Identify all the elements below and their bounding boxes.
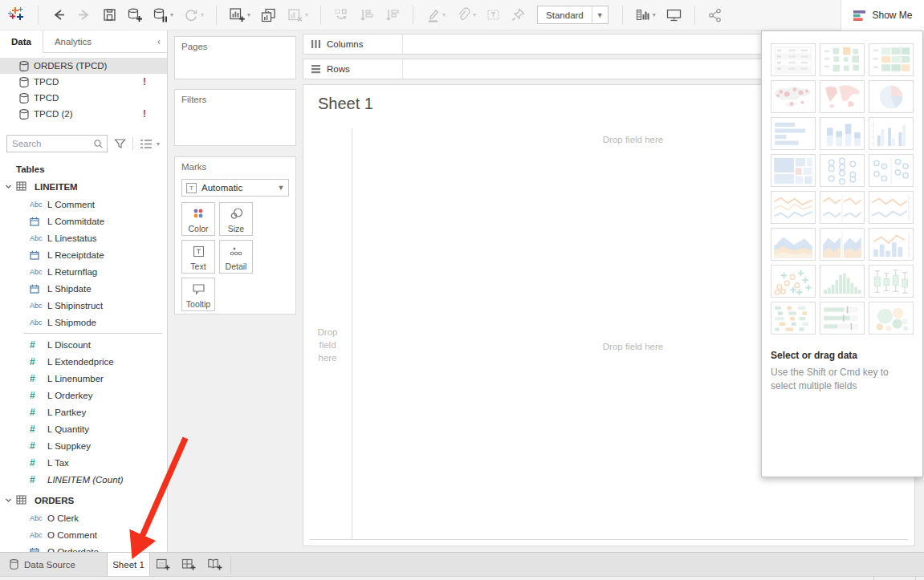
field-item[interactable]: AbcL Shipmode bbox=[0, 314, 167, 331]
field-item[interactable]: L Shipdate bbox=[0, 280, 167, 297]
datasource-item[interactable]: TPCD bbox=[0, 90, 167, 106]
showme-discrete-lines[interactable] bbox=[820, 191, 865, 224]
table-group-lineitem[interactable]: LINEITEM bbox=[0, 178, 167, 196]
field-item[interactable]: #L Tax bbox=[0, 454, 167, 471]
showme-heat-map[interactable] bbox=[820, 43, 865, 76]
chevron-down-icon[interactable]: ▾ bbox=[473, 11, 476, 18]
tab-analytics[interactable]: Analytics bbox=[43, 30, 103, 52]
field-item[interactable]: #L Orderkey bbox=[0, 387, 167, 404]
showme-scatter-plot[interactable] bbox=[771, 265, 816, 298]
datasource-item[interactable]: ORDERS (TPCD) bbox=[0, 58, 167, 74]
showme-symbol-map[interactable] bbox=[771, 80, 816, 113]
showme-histogram[interactable] bbox=[820, 265, 865, 298]
field-item[interactable]: AbcO Clerk bbox=[0, 509, 167, 526]
datasource-item[interactable]: TPCD (2)! bbox=[0, 106, 167, 122]
view-options-icon[interactable] bbox=[140, 139, 153, 149]
pin-button[interactable] bbox=[511, 7, 526, 22]
highlight-button[interactable]: ▾ bbox=[425, 7, 446, 23]
chevron-down-icon[interactable]: ▾ bbox=[442, 11, 446, 18]
showme-bullet-graph[interactable] bbox=[820, 302, 865, 335]
new-datasource-button[interactable] bbox=[127, 7, 143, 23]
chevron-down-icon[interactable]: ▾ bbox=[247, 11, 250, 18]
show-me-button[interactable]: Show Me bbox=[841, 0, 924, 30]
presentation-mode-button[interactable] bbox=[666, 7, 682, 22]
share-button[interactable] bbox=[707, 7, 723, 23]
field-item[interactable]: L Receiptdate bbox=[0, 246, 167, 263]
show-cards-button[interactable]: ▾ bbox=[635, 7, 656, 22]
showme-dual-lines[interactable] bbox=[869, 191, 914, 224]
showme-pie-chart[interactable] bbox=[869, 80, 914, 113]
showme-highlight-table[interactable] bbox=[869, 43, 914, 76]
showme-circle-views[interactable] bbox=[820, 154, 865, 187]
field-item[interactable]: #L Partkey bbox=[0, 404, 167, 420]
undo-button[interactable] bbox=[51, 7, 67, 22]
filters-card[interactable]: Filters bbox=[174, 89, 296, 146]
new-dashboard-tab-button[interactable] bbox=[176, 553, 201, 576]
duplicate-sheet-button[interactable] bbox=[260, 7, 277, 23]
tab-data[interactable]: Data bbox=[0, 30, 43, 53]
sort-descending-button[interactable] bbox=[385, 7, 401, 23]
pages-card[interactable]: Pages bbox=[174, 36, 296, 79]
data-source-tab[interactable]: Data Source bbox=[0, 553, 97, 576]
field-item[interactable]: AbcO Comment bbox=[0, 526, 167, 543]
showme-side-by-side-bars[interactable] bbox=[869, 117, 914, 150]
detail-button[interactable]: Detail bbox=[219, 240, 253, 274]
color-button[interactable]: Color bbox=[181, 202, 215, 236]
showme-side-by-side-circles[interactable] bbox=[869, 154, 914, 187]
sheet1-tab[interactable]: Sheet 1 bbox=[107, 553, 150, 576]
sort-ascending-button[interactable] bbox=[359, 7, 375, 23]
showme-discrete-area[interactable] bbox=[820, 228, 865, 261]
drop-zone-rows[interactable]: Drop field here bbox=[303, 326, 352, 364]
showme-box-and-whisker[interactable] bbox=[869, 265, 914, 298]
showme-text-table[interactable] bbox=[771, 43, 816, 76]
field-item[interactable]: O Orderdate bbox=[0, 543, 167, 552]
clear-sheet-button[interactable]: ▾ bbox=[287, 7, 308, 23]
swap-rows-columns-button[interactable] bbox=[333, 7, 349, 23]
field-item[interactable]: #L Quantity bbox=[0, 420, 167, 437]
showme-continuous-lines[interactable] bbox=[771, 191, 816, 224]
new-story-tab-button[interactable] bbox=[201, 553, 227, 576]
table-group-orders[interactable]: ORDERS bbox=[0, 492, 167, 509]
chevron-down-icon[interactable]: ▾ bbox=[157, 140, 160, 148]
showme-packed-bubbles[interactable] bbox=[869, 302, 914, 335]
mark-type-dropdown[interactable]: T Automatic ▼ bbox=[181, 179, 289, 197]
text-button[interactable]: Text bbox=[181, 240, 215, 274]
chevron-down-icon[interactable] bbox=[5, 496, 12, 505]
showme-treemap[interactable] bbox=[771, 154, 816, 187]
showme-continuous-area[interactable] bbox=[771, 228, 816, 261]
chevron-down-icon[interactable]: ▾ bbox=[305, 11, 308, 18]
chevron-down-icon[interactable]: ▾ bbox=[201, 11, 204, 18]
search-input[interactable] bbox=[7, 136, 107, 152]
field-item[interactable]: AbcL Shipinstruct bbox=[0, 297, 167, 314]
save-button[interactable] bbox=[102, 7, 117, 22]
fit-selector[interactable]: Standard ▼ bbox=[537, 6, 609, 24]
pause-updates-button[interactable]: ▾ bbox=[153, 7, 173, 23]
field-item[interactable]: #L Suppkey bbox=[0, 437, 167, 454]
field-item[interactable]: #LINEITEM (Count) bbox=[0, 471, 167, 488]
field-item[interactable]: #L Linenumber bbox=[0, 370, 167, 387]
redo-button[interactable] bbox=[76, 7, 92, 22]
showme-filled-map[interactable] bbox=[820, 80, 865, 113]
mark-labels-button[interactable] bbox=[486, 7, 501, 22]
field-item[interactable]: L Commitdate bbox=[0, 213, 167, 229]
filter-fields-icon[interactable] bbox=[114, 138, 126, 149]
refresh-datasource-button[interactable]: ▾ bbox=[183, 7, 204, 23]
collapse-pane-button[interactable]: ‹ bbox=[151, 30, 167, 52]
size-button[interactable]: Size bbox=[219, 202, 253, 236]
field-item[interactable]: AbcL Comment bbox=[0, 196, 167, 213]
tableau-logo-icon[interactable] bbox=[6, 6, 26, 25]
field-item[interactable]: #L Discount bbox=[0, 336, 167, 353]
chevron-down-icon[interactable] bbox=[5, 182, 12, 192]
showme-gantt[interactable] bbox=[771, 302, 816, 335]
showme-dual-combination[interactable] bbox=[869, 228, 914, 261]
chevron-down-icon[interactable]: ▼ bbox=[592, 6, 608, 23]
datasource-item[interactable]: TPCD! bbox=[0, 74, 167, 90]
field-item[interactable]: AbcL Linestatus bbox=[0, 229, 167, 246]
chevron-down-icon[interactable]: ▾ bbox=[170, 11, 173, 18]
new-worksheet-button[interactable]: ▾ bbox=[229, 6, 250, 23]
tooltip-button[interactable]: Tooltip bbox=[181, 278, 215, 311]
field-item[interactable]: #L Extendedprice bbox=[0, 353, 167, 370]
showme-stacked-bars[interactable] bbox=[820, 117, 865, 150]
new-worksheet-tab-button[interactable] bbox=[150, 553, 176, 576]
field-item[interactable]: AbcL Returnflag bbox=[0, 263, 167, 280]
